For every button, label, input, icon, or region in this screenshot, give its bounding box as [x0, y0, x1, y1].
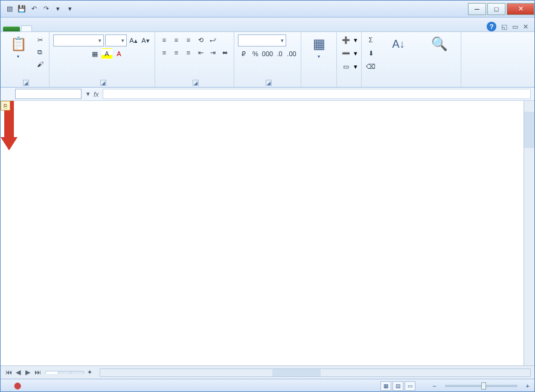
merge-icon[interactable]: ⬌: [219, 47, 230, 58]
sheet-tab-3[interactable]: [71, 371, 84, 374]
tab-insert[interactable]: [32, 27, 42, 31]
tab-abbyy[interactable]: [119, 27, 129, 31]
clipboard-dialog-icon[interactable]: ◢: [23, 80, 29, 86]
align-right-icon[interactable]: ≡: [183, 47, 194, 58]
tab-nav[interactable]: ⏮◀▶⏭: [1, 368, 45, 376]
copy-icon[interactable]: ⧉: [34, 47, 45, 57]
align-dialog-icon[interactable]: ◢: [193, 80, 199, 86]
dec-decimal-icon[interactable]: .00: [286, 48, 297, 59]
autosum-icon[interactable]: Σ: [365, 34, 376, 45]
horizontal-scrollbar[interactable]: [100, 368, 531, 377]
number-format-combo[interactable]: [238, 34, 286, 47]
underline-button[interactable]: [77, 48, 88, 59]
fx-icon[interactable]: fx: [94, 91, 99, 98]
ribbon-close-icon[interactable]: ✕: [523, 23, 528, 31]
find-select-button[interactable]: 🔍: [421, 34, 457, 54]
tab-foxit[interactable]: [109, 27, 119, 31]
sort-filter-button[interactable]: A↓: [379, 34, 418, 54]
font-name-combo[interactable]: [53, 34, 104, 47]
wrap-text-icon[interactable]: ⮐: [207, 34, 218, 45]
format-painter-icon[interactable]: 🖌: [34, 59, 45, 69]
sheet-tab-1[interactable]: [45, 371, 59, 374]
inc-decimal-icon[interactable]: .0: [274, 48, 285, 59]
sheet-tab-2[interactable]: [58, 371, 71, 374]
align-top-icon[interactable]: ≡: [159, 34, 170, 45]
italic-button[interactable]: [65, 48, 76, 59]
help-icon[interactable]: ?: [487, 22, 496, 31]
tab-addins[interactable]: [100, 27, 109, 31]
sort-icon: A↓: [389, 34, 408, 54]
font-color-icon[interactable]: A: [114, 48, 124, 59]
percent-icon[interactable]: %: [250, 48, 261, 59]
group-font: A▴ A▾ ▦ A A ◢: [50, 32, 155, 87]
grow-font-icon[interactable]: A▴: [128, 35, 139, 46]
border-icon[interactable]: ▦: [89, 48, 100, 59]
cut-icon[interactable]: ✂: [34, 34, 45, 45]
zoom-slider[interactable]: [445, 385, 517, 387]
view-buttons[interactable]: ▦▤▭: [380, 381, 415, 391]
format-cells-button[interactable]: ▭ ▾: [341, 61, 357, 72]
styles-button[interactable]: ▦ ▾: [305, 34, 333, 59]
zoom-out-icon[interactable]: −: [432, 382, 436, 390]
qat-more-icon[interactable]: ▾: [53, 4, 63, 14]
bold-button[interactable]: [53, 48, 64, 59]
zoom-in-icon[interactable]: +: [526, 382, 530, 390]
currency-icon[interactable]: ₽: [238, 48, 249, 59]
fill-icon[interactable]: ⬇: [365, 48, 376, 59]
tab-formulas[interactable]: [51, 27, 61, 31]
clear-icon[interactable]: ⌫: [365, 61, 376, 72]
group-clipboard: 📋 ▾ ✂ ⧉ 🖌 ◢: [1, 32, 50, 87]
worksheet[interactable]: ⎘: [1, 101, 534, 365]
vertical-scrollbar[interactable]: [524, 101, 534, 365]
find-icon: 🔍: [429, 34, 449, 54]
tab-data[interactable]: [61, 27, 71, 31]
number-dialog-icon[interactable]: ◢: [266, 80, 272, 86]
close-button[interactable]: ✕: [507, 3, 534, 15]
tab-view[interactable]: [80, 27, 90, 31]
ribbon-minimize-icon[interactable]: ◱: [501, 23, 507, 31]
paste-button[interactable]: 📋 ▾: [4, 34, 32, 59]
redo-icon[interactable]: ↷: [40, 4, 51, 14]
excel-icon: ▧: [4, 4, 15, 14]
orientation-icon[interactable]: ⟲: [195, 34, 206, 45]
fill-color-icon[interactable]: A: [101, 48, 112, 59]
shrink-font-icon[interactable]: A▾: [140, 35, 151, 46]
align-bottom-icon[interactable]: ≡: [183, 34, 194, 45]
align-middle-icon[interactable]: ≡: [171, 34, 182, 45]
minimize-button[interactable]: ─: [468, 3, 486, 15]
tab-developer[interactable]: [90, 27, 100, 31]
font-dialog-icon[interactable]: ◢: [100, 80, 106, 86]
align-left-icon[interactable]: ≡: [159, 47, 170, 58]
styles-icon: ▦: [309, 34, 328, 54]
group-number: ₽ % 000 .0 .00 ◢: [234, 32, 301, 87]
formula-bar: ▾ fx: [1, 88, 534, 101]
align-center-icon[interactable]: ≡: [171, 47, 182, 58]
font-size-combo[interactable]: [105, 34, 127, 47]
ribbon-restore-icon[interactable]: ▭: [512, 23, 518, 31]
indent-inc-icon[interactable]: ⇥: [207, 47, 218, 58]
save-icon[interactable]: 💾: [16, 4, 27, 14]
comma-icon[interactable]: 000: [262, 48, 273, 59]
file-tab[interactable]: [3, 27, 20, 31]
insert-cells-button[interactable]: ➕ ▾: [341, 34, 357, 45]
format-icon: ▭: [341, 61, 351, 72]
tab-home[interactable]: [21, 25, 32, 31]
delete-cells-button[interactable]: ➖ ▾: [341, 48, 357, 59]
macro-record-icon[interactable]: ⬤: [14, 382, 21, 390]
quick-access-toolbar: ▧ 💾 ↶ ↷ ▾ ▾: [1, 4, 79, 14]
formula-input[interactable]: [103, 89, 531, 99]
autofill-options-icon[interactable]: ⎘: [1, 101, 10, 111]
name-box[interactable]: [15, 89, 82, 99]
indent-dec-icon[interactable]: ⇤: [195, 47, 206, 58]
undo-icon[interactable]: ↶: [28, 4, 39, 14]
namebox-dropdown-icon[interactable]: ▾: [86, 90, 90, 98]
insert-icon: ➕: [341, 34, 351, 45]
tab-review[interactable]: [71, 27, 80, 31]
qat-custom-icon[interactable]: ▾: [65, 4, 75, 14]
status-bar: ⬤ ▦▤▭ − +: [1, 379, 534, 392]
group-alignment: ≡ ≡ ≡ ⟲ ⮐ ≡ ≡ ≡ ⇤ ⇥ ⬌ ◢: [155, 32, 234, 87]
maximize-button[interactable]: □: [487, 3, 505, 15]
new-sheet-icon[interactable]: ✦: [83, 368, 96, 376]
tab-pagelayout[interactable]: [42, 27, 51, 31]
title-bar: ▧ 💾 ↶ ↷ ▾ ▾ ─ □ ✕: [1, 1, 534, 18]
